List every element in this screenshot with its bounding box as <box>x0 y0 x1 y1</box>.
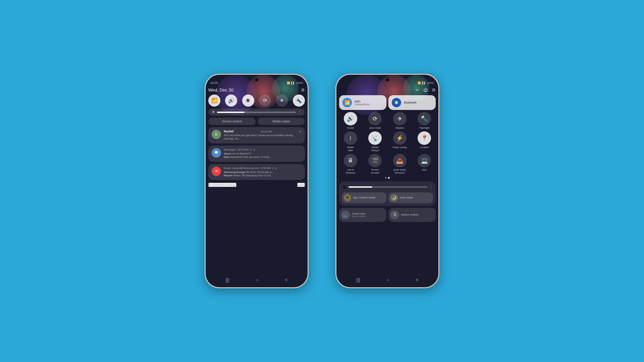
brightness-row[interactable]: ☀ ⋮ <box>208 109 305 116</box>
home-icon[interactable]: ○ <box>256 277 258 283</box>
qs-bottom-panel: ☀ ⋮ ☀ Eye comfort shield 🌙 Dark mode <box>339 181 436 206</box>
quick-tiles-row: 📶 🔊 ✱ ⟳ ✈ 🔦 <box>208 95 305 107</box>
dark-mode-icon: 🌙 <box>390 194 398 201</box>
email-line1: Samsung Design Be Bold. Resonate w... <box>224 171 302 174</box>
back-icon-2[interactable]: < <box>416 277 418 283</box>
messages-time: 10:19 AM <box>237 148 249 151</box>
eye-comfort-icon: ☀ <box>344 194 351 201</box>
dot-1 <box>385 177 387 179</box>
power-saving-label: Power saving <box>393 146 407 149</box>
brightness-slider[interactable] <box>217 112 296 113</box>
clear-button[interactable]: Clear <box>297 183 305 187</box>
dot-2 <box>388 177 390 179</box>
home-icon-2[interactable]: ○ <box>386 277 389 283</box>
eye-comfort-button[interactable]: ☀ Eye comfort shield <box>342 192 386 203</box>
phone-2: 📶 ▌▌ 100% ✏ ⏻ ⚙ 📶 WiFi CellSpot5GHz <box>335 74 439 288</box>
qs-airplane[interactable]: ✈ Airplane <box>388 112 411 129</box>
media-output-button[interactable]: Media output <box>258 118 305 125</box>
email-badge: 4 <box>272 167 273 170</box>
location-circle: 📍 <box>418 131 431 145</box>
recent-apps-icon[interactable]: ||| <box>225 277 229 283</box>
email-line2: Report Watch "At Samsung One UI 6.0... <box>224 174 302 177</box>
recent-apps-icon-2[interactable]: ||| <box>356 277 360 283</box>
wifi-tile[interactable]: 📶 <box>208 95 220 107</box>
qs-screen-recorder[interactable]: 🎬 Screenrecorder <box>364 154 387 174</box>
qs-brightness-icon: ☀ <box>342 184 346 190</box>
smart-view-icon: 📺 <box>341 210 350 219</box>
screen-recorder-circle: 🎬 <box>368 154 382 167</box>
messages-avatar: 💬 <box>212 148 221 158</box>
wifi-large-tile[interactable]: 📶 WiFi CellSpot5GHz <box>339 95 386 110</box>
edit-icon[interactable]: ✏ <box>416 87 419 93</box>
rachel-message: Text me when you get here! I know you're… <box>224 134 302 141</box>
smart-view-sub: Mirror screen <box>352 215 366 218</box>
notification-footer: ⚙ Notification Settings Clear <box>208 182 305 188</box>
wifi-bt-row: 📶 WiFi CellSpot5GHz ✱ Bluetooth <box>339 95 436 110</box>
airplane-tile[interactable]: ✈ <box>276 95 288 107</box>
status-bar: 12:45 📶 ▌▌ 100% <box>206 78 308 86</box>
smart-view-button[interactable]: 📺 Smart view Mirror screen <box>339 208 386 222</box>
messages-expand-icon[interactable]: ∨ <box>253 148 255 152</box>
settings-icon[interactable]: ⚙ <box>301 87 305 93</box>
qs-dex[interactable]: 💻 DeX <box>413 154 436 174</box>
qs-location[interactable]: 📍 Location <box>413 131 436 152</box>
rachel-expand-icon[interactable]: ∨ <box>299 130 302 133</box>
sound-label: Sound <box>347 127 354 129</box>
rachel-name: Rachel <box>224 130 234 133</box>
qs-power-saving[interactable]: ⚡ Power saving <box>388 131 411 152</box>
qs-hotspot[interactable]: 📡 MobileHotspot <box>364 131 387 152</box>
rachel-avatar: R <box>212 130 221 139</box>
airplane-label: Airplane <box>395 127 404 129</box>
notification-settings-button[interactable]: ⚙ Notification Settings <box>208 183 236 187</box>
battery-icon-2: 100% <box>427 81 434 84</box>
email-expand-icon[interactable]: ∨ <box>275 167 277 170</box>
mobile-data-circle: ↕ <box>344 131 357 145</box>
brightness-more-icon[interactable]: ⋮ <box>298 110 302 114</box>
device-control-label-2: Device control <box>401 213 418 216</box>
qs-settings-icon[interactable]: ⚙ <box>432 87 436 93</box>
back-icon[interactable]: < <box>285 277 287 283</box>
bottom-nav-2: ||| ○ < <box>336 275 438 287</box>
messages-body: Messages 10:19 AM 3 ∨ Jason Hi I'm BACK!… <box>224 148 302 159</box>
link-windows-circle: 🖥 <box>344 154 357 167</box>
battery-icon: 100% <box>296 81 303 84</box>
power-icon[interactable]: ⏻ <box>423 87 428 93</box>
email-notification[interactable]: ✉ Email coreux@samsung.com 9:56 AM 4 ∨ S… <box>208 164 305 180</box>
bluetooth-large-icon: ✱ <box>392 98 401 107</box>
qs-flashlight[interactable]: 🔦 Flashlight <box>413 112 436 129</box>
messages-notification[interactable]: 💬 Messages 10:19 AM 3 ∨ Jason Hi I'm BAC… <box>208 145 305 162</box>
airplane-circle: ✈ <box>393 112 407 125</box>
rachel-body: Rachel 10:24 AM ∨ Text me when you get h… <box>224 130 302 141</box>
qs-more-icon[interactable]: ⋮ <box>429 185 433 189</box>
flashlight-tile[interactable]: 🔦 <box>293 95 305 107</box>
hotspot-circle: 📡 <box>368 131 382 145</box>
qs-brightness-row[interactable]: ☀ ⋮ <box>342 184 433 190</box>
smart-view-label: Smart view <box>352 212 366 215</box>
qs-link-windows[interactable]: 🖥 Link toWindows <box>339 154 362 174</box>
status-bar-2: 📶 ▌▌ 100% <box>336 78 438 86</box>
wifi-icon-2: 📶 <box>418 81 421 84</box>
bluetooth-large-tile[interactable]: ✱ Bluetooth <box>388 95 436 110</box>
device-control-button-2[interactable]: ⠿ Device control <box>388 208 436 222</box>
qs-brightness-slider[interactable] <box>348 186 427 188</box>
flashlight-label: Flashlight <box>419 127 429 129</box>
rachel-notification[interactable]: R Rachel 10:24 AM ∨ Text me when you get… <box>208 127 305 143</box>
email-time: 9:56 AM <box>261 167 270 170</box>
bluetooth-tile-label: Bluetooth <box>404 101 417 104</box>
dex-circle: 💻 <box>418 154 431 167</box>
phone-1: 12:45 📶 ▌▌ 100% Wed, Dec 30 ⚙ 📶 🔊 ✱ ⟳ ✈ … <box>205 74 309 288</box>
wifi-tile-label: WiFi <box>355 100 369 103</box>
quick-share-circle: 📤 <box>393 154 407 167</box>
bluetooth-tile[interactable]: ✱ <box>242 95 254 107</box>
dark-mode-button[interactable]: 🌙 Dark mode <box>388 192 433 203</box>
qs-autorotate[interactable]: ⟳ Auto rotate <box>364 112 387 129</box>
qs-sound[interactable]: 🔊 Sound <box>339 112 362 129</box>
location-label: Location <box>420 146 429 149</box>
power-saving-circle: ⚡ <box>393 131 407 145</box>
qs-quick-share[interactable]: 📤 Quick ShareEveryone <box>388 154 411 174</box>
device-control-button[interactable]: Device control <box>208 118 256 125</box>
qs-mobile-data[interactable]: ↕ Mobiledata <box>339 131 362 152</box>
sound-tile[interactable]: 🔊 <box>225 95 237 107</box>
autorotate-tile[interactable]: ⟳ <box>259 95 271 107</box>
status-time: 12:45 <box>210 81 218 84</box>
